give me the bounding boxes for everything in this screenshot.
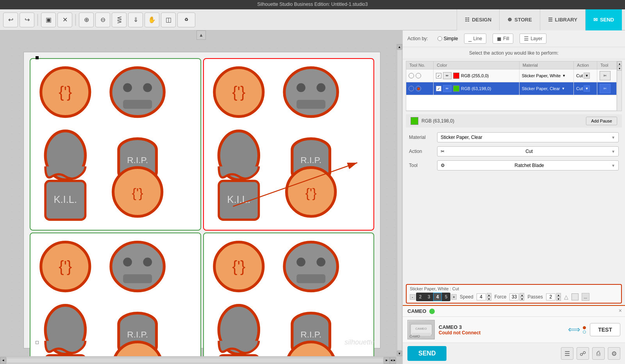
- undo-btn[interactable]: ↩: [3, 12, 18, 27]
- test-btn[interactable]: TEST: [590, 323, 620, 336]
- blade-prev-btn[interactable]: -: [410, 294, 415, 300]
- force-up-btn[interactable]: ▲: [520, 293, 524, 297]
- svg-text:{'}: {'}: [232, 258, 245, 275]
- row1-material-dropdown[interactable]: Sticker Paper, White ▼: [522, 73, 571, 78]
- hscroll-right-btn[interactable]: ►: [384, 357, 390, 364]
- force-down-btn[interactable]: ▼: [520, 297, 524, 301]
- watermark: silhouette: [345, 338, 375, 346]
- table-scroll-down[interactable]: ▼: [617, 66, 622, 71]
- row2-tool-btn[interactable]: ✄: [600, 84, 611, 93]
- redo-btn[interactable]: ↪: [20, 12, 34, 27]
- trace-btn[interactable]: ♻: [177, 12, 195, 27]
- right-panel: Action by: Simple ⎯ Line ◼ Fill ☰ Layer …: [402, 30, 625, 364]
- zoom-in-btn[interactable]: ⊕: [79, 12, 94, 27]
- send-printer-btn[interactable]: ⎙: [592, 347, 605, 360]
- row2-material: Sticker Paper, Clear ▼: [519, 82, 573, 95]
- corner-marker-tl: [36, 56, 39, 59]
- blade-5[interactable]: 5: [442, 293, 450, 301]
- radio-simple[interactable]: Simple: [438, 36, 458, 41]
- tool-dropdown[interactable]: ⚙ Ratchet Blade ▼: [437, 160, 619, 170]
- hscroll-left-btn[interactable]: ◄: [0, 357, 6, 364]
- row1-checkbox[interactable]: [436, 73, 441, 78]
- deselect-btn[interactable]: ✕: [57, 12, 72, 27]
- material-dropdown[interactable]: Sticker Paper, Clear ▼: [437, 132, 619, 142]
- tab-send[interactable]: ✉ SEND: [585, 9, 622, 30]
- svg-point-3: [123, 83, 132, 92]
- row1-tool-btn[interactable]: ✄: [600, 71, 611, 80]
- tab-layer[interactable]: ☰ Layer: [520, 34, 546, 44]
- blade-next-btn[interactable]: +: [451, 294, 457, 300]
- row2-material-dropdown[interactable]: Sticker Paper, Clear ▼: [522, 86, 571, 91]
- row1-icon-btn[interactable]: ✏: [443, 72, 452, 79]
- row2-cut-dropdown[interactable]: Cut ▼: [576, 85, 595, 92]
- row1-cut-dropdown[interactable]: Cut ▼: [576, 73, 595, 79]
- vscroll-down-btn[interactable]: ▼: [397, 351, 402, 356]
- passes-down-btn[interactable]: ▼: [556, 297, 561, 301]
- hand-btn[interactable]: ✋: [145, 12, 159, 27]
- row1-radio[interactable]: [409, 73, 414, 78]
- move-down-btn[interactable]: ⇓: [128, 12, 143, 27]
- row2-cut-arrow[interactable]: ▼: [584, 85, 590, 92]
- svg-point-43: [316, 257, 325, 266]
- table-scroll-up[interactable]: ▲: [617, 61, 622, 66]
- nav-arrows-icon[interactable]: ⟺: [568, 325, 580, 335]
- hscroll-track: [7, 359, 383, 362]
- row1-cut-arrow[interactable]: ▼: [584, 73, 590, 79]
- cameo-info: CAMEO 3 Could not Connect: [439, 324, 564, 336]
- tab-fill[interactable]: ◼ Fill: [493, 34, 513, 44]
- hscroll-end-btn[interactable]: ◄►: [390, 357, 396, 364]
- sticker-svg-tl: {'} R.I.P.: [32, 60, 199, 228]
- add-pause-btn[interactable]: Add Pause: [586, 117, 617, 125]
- zoom-out-btn[interactable]: ⊖: [95, 12, 110, 27]
- blade-2[interactable]: 2: [416, 293, 425, 301]
- action-icon: ✂: [441, 149, 445, 154]
- tab-design[interactable]: ☷ DESIGN: [457, 9, 499, 30]
- send-align-btn[interactable]: ☰: [561, 347, 573, 360]
- table-section: Tool No. Color Material Action Tool: [406, 61, 622, 111]
- blade-selector: 2 3 4 5: [416, 293, 450, 301]
- svg-text:{'}: {'}: [59, 258, 72, 275]
- row2-radio2[interactable]: [416, 86, 421, 91]
- blade-3[interactable]: 3: [425, 293, 433, 301]
- speed-up-btn[interactable]: ▲: [487, 293, 491, 297]
- row1-tool: ✄: [597, 69, 617, 82]
- speed-down-btn[interactable]: ▼: [487, 297, 491, 301]
- cameo-header: CAMEO ×: [403, 306, 625, 317]
- send-main-btn[interactable]: SEND: [407, 346, 446, 361]
- design-icon: ☷: [465, 17, 470, 23]
- vscroll-up-btn[interactable]: ▲: [397, 44, 402, 50]
- select-btn[interactable]: ▣: [41, 12, 56, 27]
- tool-value: Ratchet Blade: [514, 163, 544, 168]
- radio-simple-circle: [438, 36, 442, 41]
- row2-icon-btn[interactable]: ✏: [443, 85, 452, 92]
- send-bluetooth-btn[interactable]: ☍: [577, 347, 589, 360]
- svg-text:{'}: {'}: [305, 185, 316, 200]
- nav-tabs: ☷ DESIGN ☸ STORE ☰ LIBRARY ✉ SEND: [457, 9, 622, 30]
- scroll-up-btn[interactable]: ▲: [196, 30, 206, 40]
- row1-material-arrow: ▼: [562, 74, 566, 78]
- cameo-close-btn[interactable]: ×: [619, 307, 622, 314]
- table-row[interactable]: ✏ RGB (63,198,0) Sticker Paper, Clear ▼: [406, 82, 617, 95]
- table-row[interactable]: ✏ RGB (255,0,0) Sticker Paper, White ▼: [406, 69, 617, 82]
- tab-store[interactable]: ☸ STORE: [499, 9, 540, 30]
- blade-4[interactable]: 4: [433, 293, 442, 301]
- row1-radio2[interactable]: [416, 73, 421, 78]
- tab-library[interactable]: ☰ LIBRARY: [540, 9, 585, 30]
- passes-label: Passes: [527, 294, 543, 300]
- row2-checkbox[interactable]: [436, 86, 441, 91]
- row2-color-swatch: [453, 85, 459, 92]
- add-page-btn[interactable]: ◫: [161, 12, 176, 27]
- speed-value: 4: [477, 293, 486, 300]
- passes-up-btn[interactable]: ▲: [556, 293, 561, 297]
- sticker-panel-bl: {'} R.I.P. K.I.L. {'}: [30, 233, 201, 364]
- zoom-fit-btn[interactable]: ⋚: [112, 12, 127, 27]
- svg-point-28: [111, 242, 164, 291]
- action-dropdown[interactable]: ✂ Cut ▼: [437, 146, 619, 156]
- sticker-cut-box: Sticker Paper, White : Cut - 2 3 4 5 + S…: [406, 284, 622, 304]
- send-settings-btn[interactable]: ⚙: [608, 347, 620, 360]
- tab-line[interactable]: ⎯ Line: [464, 34, 486, 44]
- tab-store-label: STORE: [514, 17, 532, 23]
- row2-radio[interactable]: [409, 86, 414, 91]
- ellipsis-btn[interactable]: ...: [582, 293, 589, 301]
- action-by-row: Action by: Simple ⎯ Line ◼ Fill ☰ Layer: [403, 30, 625, 47]
